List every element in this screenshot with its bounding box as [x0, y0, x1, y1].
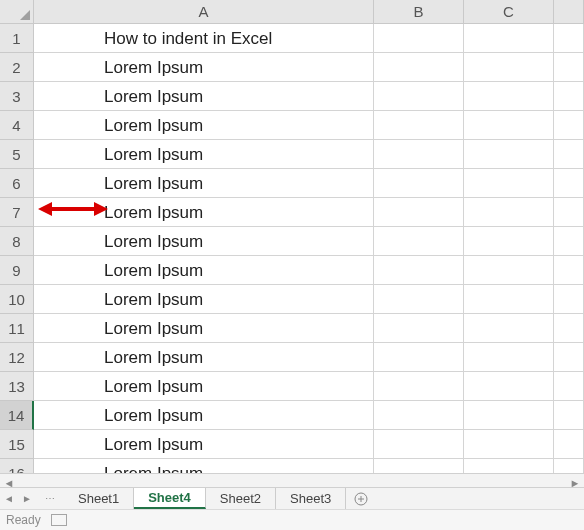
row-header[interactable]: 13	[0, 372, 34, 401]
row-header[interactable]: 10	[0, 285, 34, 314]
cell[interactable]	[374, 343, 464, 372]
cell[interactable]: Lorem Ipsum	[34, 256, 374, 285]
row-header[interactable]: 2	[0, 53, 34, 82]
cell[interactable]: Lorem Ipsum	[34, 314, 374, 343]
grid-rows: 1How to indent in Excel2Lorem Ipsum3Lore…	[0, 24, 584, 490]
cell[interactable]	[464, 140, 554, 169]
cell[interactable]	[554, 285, 584, 314]
row-header[interactable]: 7	[0, 198, 34, 227]
row-header[interactable]: 12	[0, 343, 34, 372]
status-bar: Ready	[0, 509, 584, 530]
select-all-corner[interactable]	[0, 0, 34, 24]
add-sheet-button[interactable]	[346, 488, 376, 509]
cell[interactable]	[374, 53, 464, 82]
cell[interactable]: Lorem Ipsum	[34, 53, 374, 82]
cell[interactable]	[554, 314, 584, 343]
cell[interactable]: Lorem Ipsum	[34, 227, 374, 256]
cell[interactable]	[374, 169, 464, 198]
cell[interactable]	[464, 401, 554, 430]
tab-nav-next-icon[interactable]: ►	[18, 488, 36, 509]
row-header[interactable]: 4	[0, 111, 34, 140]
grid-row: 14Lorem Ipsum	[0, 401, 584, 430]
cell[interactable]: How to indent in Excel	[34, 24, 374, 53]
status-text: Ready	[6, 513, 41, 527]
cell[interactable]	[374, 24, 464, 53]
cell[interactable]	[554, 372, 584, 401]
sheet-tab[interactable]: Sheet2	[206, 488, 276, 509]
grid-row: 3Lorem Ipsum	[0, 82, 584, 111]
cell[interactable]: Lorem Ipsum	[34, 82, 374, 111]
cell[interactable]: Lorem Ipsum	[34, 401, 374, 430]
cell[interactable]	[374, 430, 464, 459]
cell[interactable]: Lorem Ipsum	[34, 285, 374, 314]
spreadsheet-grid: A B C 1How to indent in Excel2Lorem Ipsu…	[0, 0, 584, 490]
cell[interactable]	[554, 401, 584, 430]
cell[interactable]: Lorem Ipsum	[34, 372, 374, 401]
cell[interactable]	[554, 430, 584, 459]
cell[interactable]: Lorem Ipsum	[34, 198, 374, 227]
cell[interactable]	[374, 372, 464, 401]
cell[interactable]	[554, 82, 584, 111]
cell[interactable]	[374, 256, 464, 285]
cell[interactable]	[374, 111, 464, 140]
grid-row: 10Lorem Ipsum	[0, 285, 584, 314]
cell[interactable]	[464, 169, 554, 198]
sheet-tab[interactable]: Sheet3	[276, 488, 346, 509]
sheet-tab[interactable]: Sheet1	[64, 488, 134, 509]
cell[interactable]	[464, 227, 554, 256]
row-header[interactable]: 8	[0, 227, 34, 256]
cell[interactable]	[374, 314, 464, 343]
cell[interactable]	[554, 256, 584, 285]
col-header-A[interactable]: A	[34, 0, 374, 24]
cell[interactable]: Lorem Ipsum	[34, 169, 374, 198]
cell[interactable]: Lorem Ipsum	[34, 111, 374, 140]
cell[interactable]	[554, 198, 584, 227]
cell[interactable]	[464, 53, 554, 82]
grid-row: 1How to indent in Excel	[0, 24, 584, 53]
row-header[interactable]: 6	[0, 169, 34, 198]
cell[interactable]	[464, 198, 554, 227]
cell[interactable]	[464, 256, 554, 285]
row-header[interactable]: 14	[0, 401, 34, 430]
cell[interactable]	[464, 314, 554, 343]
row-header[interactable]: 9	[0, 256, 34, 285]
cell[interactable]: Lorem Ipsum	[34, 430, 374, 459]
cell[interactable]	[464, 430, 554, 459]
cell[interactable]	[374, 285, 464, 314]
cell[interactable]	[554, 227, 584, 256]
cell[interactable]	[374, 198, 464, 227]
col-header-B[interactable]: B	[374, 0, 464, 24]
cell[interactable]	[554, 24, 584, 53]
cell[interactable]	[554, 343, 584, 372]
cell[interactable]	[464, 82, 554, 111]
macro-recorder-icon[interactable]	[51, 514, 67, 526]
row-header[interactable]: 1	[0, 24, 34, 53]
cell[interactable]	[374, 82, 464, 111]
cell[interactable]	[464, 24, 554, 53]
cell[interactable]	[554, 111, 584, 140]
cell[interactable]	[374, 140, 464, 169]
row-header[interactable]: 3	[0, 82, 34, 111]
row-header[interactable]: 15	[0, 430, 34, 459]
cell[interactable]	[554, 140, 584, 169]
cell[interactable]	[554, 169, 584, 198]
cell[interactable]: Lorem Ipsum	[34, 140, 374, 169]
cell[interactable]	[464, 343, 554, 372]
cell[interactable]	[464, 111, 554, 140]
grid-row: 7Lorem Ipsum	[0, 198, 584, 227]
sheet-tab[interactable]: Sheet4	[134, 488, 206, 509]
cell[interactable]	[374, 401, 464, 430]
cell[interactable]	[554, 53, 584, 82]
grid-row: 2Lorem Ipsum	[0, 53, 584, 82]
grid-row: 15Lorem Ipsum	[0, 430, 584, 459]
grid-row: 8Lorem Ipsum	[0, 227, 584, 256]
row-header[interactable]: 11	[0, 314, 34, 343]
tab-nav-prev-icon[interactable]: ◄	[0, 488, 18, 509]
tab-nav-more-icon[interactable]: ⋯	[36, 488, 64, 509]
cell[interactable]	[464, 372, 554, 401]
col-header-C[interactable]: C	[464, 0, 554, 24]
cell[interactable]	[374, 227, 464, 256]
cell[interactable]: Lorem Ipsum	[34, 343, 374, 372]
cell[interactable]	[464, 285, 554, 314]
row-header[interactable]: 5	[0, 140, 34, 169]
